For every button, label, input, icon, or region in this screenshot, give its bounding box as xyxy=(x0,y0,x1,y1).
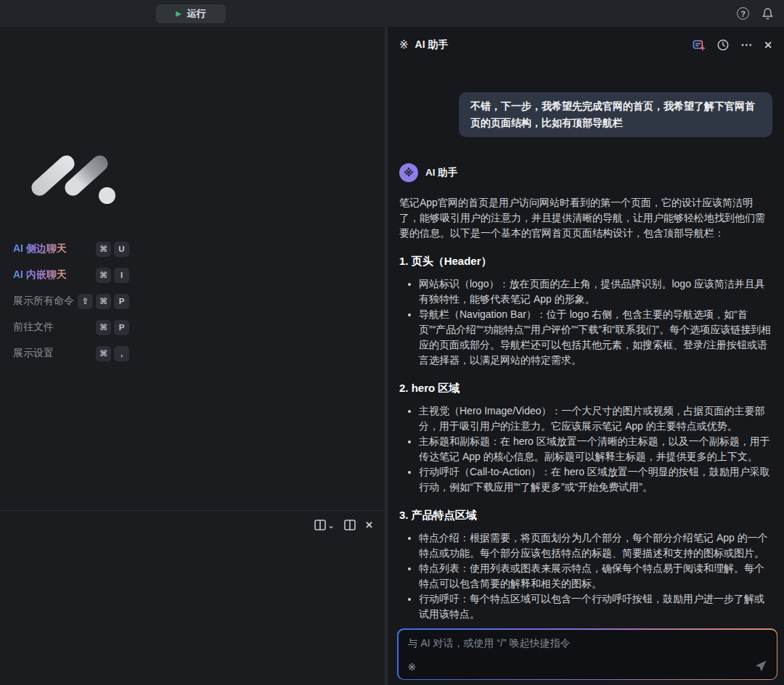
run-button-label: 运行 xyxy=(187,7,206,20)
key-badge-shift: ⇧ xyxy=(78,294,93,309)
ai-panel-title: AI 助手 xyxy=(415,38,449,52)
chat-history-icon[interactable] xyxy=(716,38,730,52)
help-icon[interactable]: ? xyxy=(737,7,749,20)
shortcut-menu: AI 侧边聊天 ⌘ U AI 内嵌聊天 ⌘ I 展示所有命令 ⇧ ⌘ P xyxy=(13,236,129,366)
assistant-name: AI 助手 xyxy=(425,166,457,179)
close-panel-icon[interactable]: ✕ xyxy=(365,520,373,530)
sparkle-icon: ※ xyxy=(399,38,409,52)
menu-item-go-to-file[interactable]: 前往文件 ⌘ P xyxy=(13,314,129,340)
intro-paragraph: 笔记App官网的首页是用户访问网站时看到的第一个页面，它的设计应该简洁明了，能够… xyxy=(399,195,772,241)
section-heading-hero: 2. hero 区域 xyxy=(399,380,772,395)
menu-item-label: 前往文件 xyxy=(13,321,54,334)
assistant-message-header: ※ AI 助手 xyxy=(399,163,772,182)
bullet-item: 行动呼吁：每个特点区域可以包含一个行动呼吁按钮，鼓励用户进一步了解或试用该特点。 xyxy=(419,591,772,622)
notifications-bell-icon[interactable] xyxy=(761,7,774,20)
bullet-item: 主视觉（Hero Image/Video）：一个大尺寸的图片或视频，占据页面的主… xyxy=(419,403,772,434)
send-message-icon[interactable] xyxy=(754,659,768,673)
chat-input-container: ※ xyxy=(397,628,777,680)
key-badge-p: P xyxy=(114,294,129,309)
bullet-item: 特点列表：使用列表或图表来展示特点，确保每个特点易于阅读和理解。每个特点可以包含… xyxy=(419,561,772,591)
split-panel-dropdown-icon[interactable]: ⌄ xyxy=(314,520,335,530)
chevron-down-icon: ⌄ xyxy=(327,521,335,530)
marscode-logo xyxy=(35,145,122,212)
more-options-icon[interactable]: ⋯ xyxy=(740,39,753,51)
terminal-panel: ⌄ ✕ xyxy=(0,510,385,685)
ai-assistant-panel: ※ AI 助手 ⋯ ✕ 不错，下一步，我希望先完成官网的首页，我 xyxy=(385,27,784,685)
menu-item-show-settings[interactable]: 展示设置 ⌘ , xyxy=(13,340,129,366)
ai-panel-header: ※ AI 助手 ⋯ ✕ xyxy=(388,27,784,63)
menu-item-ai-side-chat[interactable]: AI 侧边聊天 ⌘ U xyxy=(13,236,129,262)
assistant-message-body: 笔记App官网的首页是用户访问网站时看到的第一个页面，它的设计应该简洁明了，能够… xyxy=(399,195,772,622)
menu-item-label: AI 内嵌聊天 xyxy=(13,268,67,282)
key-badge-cmd: ⌘ xyxy=(96,294,111,309)
section-heading-features: 3. 产品特点区域 xyxy=(399,507,772,522)
key-badge-cmd: ⌘ xyxy=(96,268,111,283)
editor-pane: AI 侧边聊天 ⌘ U AI 内嵌聊天 ⌘ I 展示所有命令 ⇧ ⌘ P xyxy=(0,27,385,510)
close-ai-panel-icon[interactable]: ✕ xyxy=(764,40,772,50)
key-badge-i: I xyxy=(114,268,129,283)
bullet-item: 特点介绍：根据需要，将页面划分为几个部分，每个部分介绍笔记 App 的一个特点或… xyxy=(419,530,772,561)
menu-item-show-all-commands[interactable]: 展示所有命令 ⇧ ⌘ P xyxy=(13,288,129,314)
menu-item-label: 展示设置 xyxy=(13,347,54,360)
bullet-item: 主标题和副标题：在 hero 区域放置一个清晰的主标题，以及一个副标题，用于传达… xyxy=(419,434,772,464)
editor-area: AI 侧边聊天 ⌘ U AI 内嵌聊天 ⌘ I 展示所有命令 ⇧ ⌘ P xyxy=(0,27,385,685)
user-message-bubble: 不错，下一步，我希望先完成官网的首页，我希望了解下官网首页的页面结构，比如有顶部… xyxy=(459,92,772,137)
menu-item-label: AI 侧边聊天 xyxy=(13,242,67,255)
section-bullets-header: 网站标识（logo）：放在页面的左上角，提供品牌识别。logo 应该简洁并且具有… xyxy=(399,276,772,368)
chat-input[interactable] xyxy=(408,637,738,649)
play-icon: ▶ xyxy=(176,10,181,17)
logo-dot xyxy=(99,187,115,204)
bullet-item: 导航栏（Navigation Bar）：位于 logo 右侧，包含主要的导航选项… xyxy=(419,307,772,368)
section-bullets-features: 特点介绍：根据需要，将页面划分为几个部分，每个部分介绍笔记 App 的一个特点或… xyxy=(399,530,772,622)
key-badge-cmd: ⌘ xyxy=(96,242,111,257)
key-badge-comma: , xyxy=(114,346,129,361)
key-badge-cmd: ⌘ xyxy=(96,320,111,335)
new-chat-icon[interactable] xyxy=(692,38,706,52)
section-bullets-hero: 主视觉（Hero Image/Video）：一个大尺寸的图片或视频，占据页面的主… xyxy=(399,403,772,495)
section-heading-header: 1. 页头（Header） xyxy=(399,253,772,268)
key-badge-p: P xyxy=(114,320,129,335)
bullet-item: 行动呼吁（Call-to-Action）：在 hero 区域放置一个明显的按钮，… xyxy=(419,464,772,495)
menu-item-ai-inline-chat[interactable]: AI 内嵌聊天 ⌘ I xyxy=(13,262,129,288)
split-panel-icon[interactable] xyxy=(344,520,356,530)
quick-command-sparkle-icon[interactable]: ※ xyxy=(408,661,417,673)
ai-avatar: ※ xyxy=(399,163,418,182)
run-button[interactable]: ▶ 运行 xyxy=(156,4,226,23)
chat-scroll-area[interactable]: 不错，下一步，我希望先完成官网的首页，我希望了解下官网首页的页面结构，比如有顶部… xyxy=(388,63,784,623)
key-badge-u: U xyxy=(114,242,129,257)
top-bar: ▶ 运行 ? xyxy=(0,0,784,27)
bullet-item: 网站标识（logo）：放在页面的左上角，提供品牌识别。logo 应该简洁并且具有… xyxy=(419,276,772,307)
key-badge-cmd: ⌘ xyxy=(96,346,111,361)
menu-item-label: 展示所有命令 xyxy=(13,295,74,308)
